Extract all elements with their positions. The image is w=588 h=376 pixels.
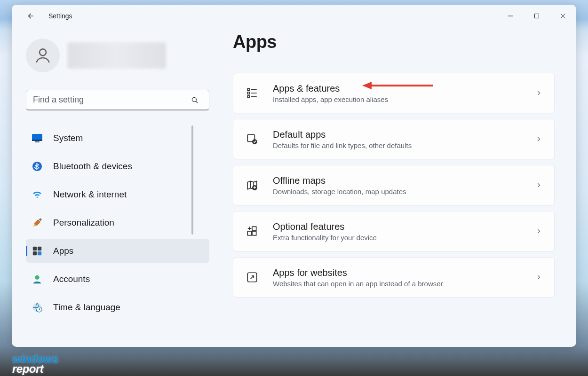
settings-window: Settings	[12, 5, 576, 347]
personalization-icon	[32, 217, 43, 228]
svg-rect-4	[32, 140, 42, 141]
optional-features-icon	[246, 225, 259, 238]
chevron-right-icon	[535, 90, 542, 96]
svg-rect-11	[38, 251, 41, 255]
titlebar: Settings	[12, 5, 576, 27]
svg-point-1	[40, 49, 46, 55]
chevron-right-icon	[535, 136, 542, 142]
nav-list: System Bluetooth & devices Network & int…	[26, 126, 208, 319]
sidebar-item-label: Time & language	[53, 302, 120, 313]
svg-rect-0	[535, 14, 539, 18]
svg-rect-8	[33, 247, 37, 251]
card-apps-features[interactable]: Apps & features Installed apps, app exec…	[233, 73, 555, 113]
card-list: Apps & features Installed apps, app exec…	[233, 73, 555, 298]
main-panel: Apps Apps & features Installed apps, app…	[214, 27, 576, 347]
maximize-icon	[534, 13, 540, 19]
window-controls	[497, 7, 576, 25]
apps-features-icon	[246, 86, 259, 100]
system-icon	[32, 133, 43, 144]
watermark: windows report	[12, 354, 58, 374]
card-title: Offline maps	[273, 175, 406, 186]
sidebar-item-system[interactable]: System	[26, 126, 209, 150]
profile-block[interactable]	[26, 34, 208, 77]
close-icon	[560, 13, 566, 19]
chevron-right-icon	[535, 228, 542, 235]
minimize-icon	[508, 13, 513, 19]
wifi-icon	[32, 189, 43, 200]
svg-rect-15	[247, 88, 249, 90]
chevron-right-icon	[535, 274, 542, 281]
svg-rect-25	[252, 227, 256, 231]
card-subtitle: Defaults for file and link types, other …	[273, 141, 412, 149]
card-title: Apps & features	[273, 83, 388, 94]
sidebar-item-label: Apps	[53, 246, 73, 256]
search-wrap	[26, 90, 208, 110]
back-button[interactable]	[21, 7, 40, 25]
page-title: Apps	[233, 32, 567, 52]
sidebar-item-label: Bluetooth & devices	[53, 161, 132, 172]
card-subtitle: Extra functionality for your device	[273, 234, 377, 242]
svg-rect-17	[247, 95, 249, 97]
card-subtitle: Installed apps, app execution aliases	[273, 95, 388, 103]
sidebar-item-label: Personalization	[53, 218, 114, 228]
card-optional-features[interactable]: Optional features Extra functionality fo…	[233, 211, 555, 251]
sidebar-item-label: Accounts	[53, 274, 90, 284]
sidebar-item-network[interactable]: Network & internet	[26, 183, 209, 206]
sidebar: System Bluetooth & devices Network & int…	[12, 27, 214, 347]
offline-maps-icon	[246, 179, 259, 192]
card-title: Default apps	[273, 129, 412, 140]
sidebar-item-apps[interactable]: Apps	[26, 239, 209, 263]
card-title: Optional features	[273, 221, 377, 232]
time-language-icon	[32, 302, 43, 313]
svg-rect-16	[247, 92, 249, 94]
sidebar-item-accounts[interactable]: Accounts	[26, 267, 209, 291]
sidebar-item-label: Network & internet	[53, 189, 127, 200]
default-apps-icon	[246, 133, 259, 146]
apps-icon	[32, 245, 43, 257]
avatar	[26, 39, 60, 72]
close-button[interactable]	[550, 7, 576, 25]
search-icon	[191, 96, 199, 104]
accounts-icon	[32, 274, 43, 285]
svg-rect-23	[247, 231, 252, 235]
sidebar-item-time-language[interactable]: Time & language	[26, 296, 209, 319]
maximize-button[interactable]	[524, 7, 550, 25]
svg-rect-7	[39, 218, 42, 221]
minimize-button[interactable]	[497, 7, 524, 25]
svg-point-2	[192, 97, 196, 102]
chevron-right-icon	[535, 182, 542, 188]
person-icon	[33, 46, 52, 65]
svg-rect-5	[35, 141, 40, 143]
arrow-left-icon	[26, 12, 35, 20]
svg-rect-9	[38, 247, 41, 251]
sidebar-item-personalization[interactable]: Personalization	[26, 211, 209, 235]
apps-websites-icon	[246, 271, 259, 284]
svg-rect-24	[252, 231, 256, 235]
card-title: Apps for websites	[273, 267, 443, 278]
sidebar-scrollbar[interactable]	[191, 125, 193, 235]
card-subtitle: Websites that can open in an app instead…	[273, 280, 443, 288]
app-title: Settings	[48, 12, 72, 20]
card-subtitle: Downloads, storage location, map updates	[273, 188, 406, 196]
svg-rect-10	[33, 251, 37, 255]
sidebar-item-label: System	[53, 133, 83, 143]
sidebar-item-bluetooth[interactable]: Bluetooth & devices	[26, 155, 209, 178]
profile-name-redacted	[67, 42, 166, 69]
card-apps-websites[interactable]: Apps for websites Websites that can open…	[233, 257, 555, 298]
search-input[interactable]	[26, 90, 209, 110]
svg-point-12	[35, 275, 39, 280]
card-default-apps[interactable]: Default apps Defaults for file and link …	[233, 119, 555, 159]
bluetooth-icon	[32, 161, 43, 172]
watermark-line2: report	[12, 364, 58, 374]
card-offline-maps[interactable]: Offline maps Downloads, storage location…	[233, 165, 555, 205]
